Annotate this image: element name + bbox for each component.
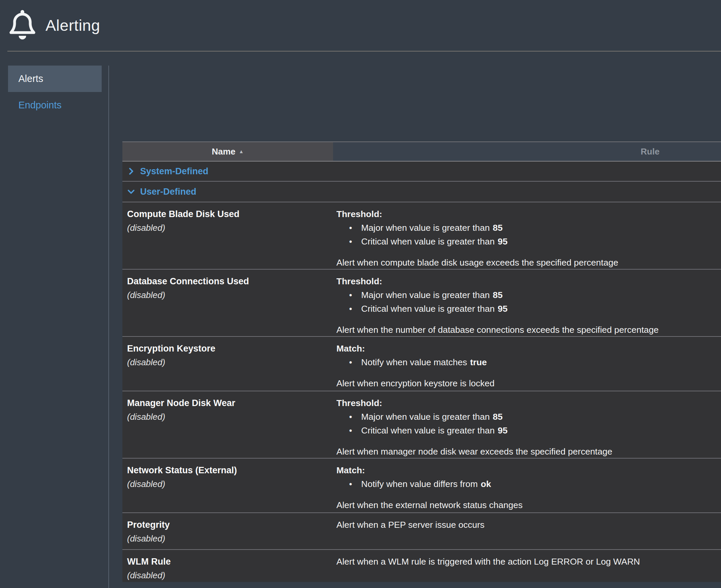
bullet-text: Major when value is greater than (361, 410, 490, 424)
column-header-name[interactable]: Name ▲ (122, 142, 333, 161)
alert-description: Alert when a WLM rule is triggered with … (336, 555, 713, 569)
alert-name: Network Status (External) (127, 464, 326, 477)
rule-heading: Match: (336, 342, 713, 356)
alert-name-cell: Database Connections Used(disabled) (122, 270, 333, 336)
alert-row[interactable]: Database Connections Used(disabled)Thres… (122, 270, 721, 337)
bullet-text: Critical when value is greater than (361, 424, 494, 438)
sidebar: Alerts Endpoints (8, 66, 102, 119)
bullet-icon: • (349, 288, 355, 302)
bullet-value: 85 (493, 288, 502, 302)
bullet-icon: • (349, 302, 355, 316)
group-row-user-defined[interactable]: User-Defined (122, 182, 721, 202)
rule-heading: Threshold: (336, 207, 713, 221)
alert-name: Protegrity (127, 518, 326, 532)
column-header-name-label: Name (212, 147, 235, 157)
rule-bullet: •Major when value is greater than85 (336, 221, 713, 235)
rule-bullet: •Notify when value differs fromok (336, 477, 713, 491)
bullet-value: true (470, 356, 487, 369)
chevron-down-icon[interactable] (127, 187, 135, 196)
group-label: System-Defined (140, 166, 208, 176)
alert-description: Alert when encryption keystore is locked (336, 377, 713, 390)
header-divider (7, 51, 721, 51)
alert-row[interactable]: Protegrity(disabled)Alert when a PEP ser… (122, 513, 721, 550)
rule-bullet: •Major when value is greater than85 (336, 410, 713, 424)
app-header: Alerting (0, 0, 721, 51)
alert-row[interactable]: WLM Rule(disabled)Alert when a WLM rule … (122, 550, 721, 582)
alert-status: (disabled) (127, 477, 326, 491)
alert-row[interactable]: Encryption Keystore(disabled)Match:•Noti… (122, 337, 721, 391)
alert-rule-cell: Match:•Notify when value matchestrueAler… (333, 337, 721, 391)
alert-status: (disabled) (127, 569, 326, 582)
alert-rule-cell: Alert when a WLM rule is triggered with … (333, 550, 721, 582)
rule-bullet: •Critical when value is greater than95 (336, 424, 713, 438)
bullet-icon: • (349, 235, 355, 249)
group-row-system-defined[interactable]: System-Defined (122, 162, 721, 182)
alerts-table: Name ▲ Rule System-DefinedUser-DefinedCo… (122, 142, 721, 582)
bullet-value: 85 (493, 221, 502, 235)
rule-bullet-list: •Major when value is greater than85•Crit… (336, 288, 713, 316)
alert-name: Compute Blade Disk Used (127, 207, 326, 221)
alert-name: WLM Rule (127, 555, 326, 569)
bullet-value: 95 (497, 424, 507, 438)
rule-bullet: •Critical when value is greater than95 (336, 302, 713, 316)
alert-status: (disabled) (127, 532, 326, 546)
rule-heading: Threshold: (336, 396, 713, 410)
bullet-value: 95 (497, 235, 507, 249)
alert-row[interactable]: Compute Blade Disk Used(disabled)Thresho… (122, 202, 721, 270)
rule-bullet-list: •Major when value is greater than85•Crit… (336, 410, 713, 438)
bullet-value: 85 (493, 410, 502, 424)
sidebar-item-label: Alerts (18, 73, 43, 84)
bullet-icon: • (349, 221, 355, 235)
column-header-rule-label: Rule (641, 147, 659, 157)
alert-row[interactable]: Network Status (External)(disabled)Match… (122, 459, 721, 513)
alert-name-cell: Manager Node Disk Wear(disabled) (122, 391, 333, 458)
alert-row[interactable]: Manager Node Disk Wear(disabled)Threshol… (122, 391, 721, 459)
bell-icon (9, 10, 36, 40)
sidebar-item-alerts[interactable]: Alerts (8, 66, 102, 92)
rule-bullet: •Major when value is greater than85 (336, 288, 713, 302)
bullet-icon: • (349, 424, 355, 438)
alert-status: (disabled) (127, 356, 326, 369)
rule-bullet-list: •Major when value is greater than85•Crit… (336, 221, 713, 249)
bullet-icon: • (349, 477, 355, 491)
bullet-value: ok (481, 477, 491, 491)
sidebar-item-label: Endpoints (18, 100, 62, 111)
rule-heading: Threshold: (336, 275, 713, 288)
rule-bullet-list: •Notify when value differs fromok (336, 477, 713, 491)
alert-description: Alert when compute blade disk usage exce… (336, 256, 713, 270)
bullet-text: Major when value is greater than (361, 221, 490, 235)
alert-description: Alert when a PEP server issue occurs (336, 518, 713, 532)
bullet-text: Notify when value differs from (361, 477, 478, 491)
alert-name: Database Connections Used (127, 275, 326, 288)
alert-name-cell: Compute Blade Disk Used(disabled) (122, 202, 333, 269)
bullet-text: Critical when value is greater than (361, 235, 494, 249)
alert-name: Encryption Keystore (127, 342, 326, 356)
bullet-value: 95 (497, 302, 507, 316)
alert-rule-cell: Match:•Notify when value differs fromokA… (333, 459, 721, 512)
alert-rule-cell: Threshold:•Major when value is greater t… (333, 391, 721, 458)
alert-rule-cell: Alert when a PEP server issue occurs (333, 513, 721, 549)
bullet-text: Critical when value is greater than (361, 302, 494, 316)
rule-bullet: •Notify when value matchestrue (336, 356, 713, 369)
sort-ascending-icon: ▲ (239, 148, 244, 154)
alert-rule-cell: Threshold:•Major when value is greater t… (333, 270, 721, 336)
page-title: Alerting (45, 16, 100, 35)
group-label: User-Defined (140, 187, 196, 197)
bullet-text: Notify when value matches (361, 356, 467, 369)
alert-description: Alert when the number of database connec… (336, 323, 713, 337)
alert-status: (disabled) (127, 221, 326, 235)
table-header-row: Name ▲ Rule (122, 142, 721, 162)
rule-bullet: •Critical when value is greater than95 (336, 235, 713, 249)
chevron-right-icon[interactable] (127, 167, 135, 175)
bullet-text: Major when value is greater than (361, 288, 490, 302)
alert-status: (disabled) (127, 410, 326, 424)
rule-heading: Match: (336, 464, 713, 477)
alert-rule-cell: Threshold:•Major when value is greater t… (333, 202, 721, 269)
bullet-icon: • (349, 410, 355, 424)
bullet-icon: • (349, 356, 355, 369)
sidebar-divider (108, 66, 109, 588)
column-header-rule[interactable]: Rule (333, 142, 721, 161)
alert-name-cell: Protegrity(disabled) (122, 513, 333, 549)
sidebar-item-endpoints[interactable]: Endpoints (8, 92, 102, 119)
alert-name: Manager Node Disk Wear (127, 396, 326, 410)
